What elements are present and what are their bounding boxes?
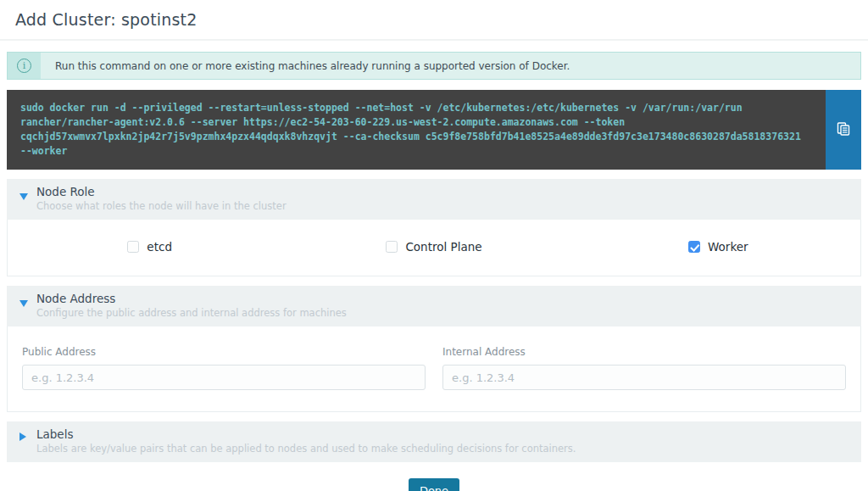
expand-triangle-icon[interactable]	[19, 432, 26, 441]
checkbox-text: Control Plane	[405, 240, 481, 254]
node-role-section-header[interactable]: Node Role Choose what roles the node wil…	[7, 179, 861, 220]
checkbox-text: etcd	[147, 240, 172, 254]
footer-actions: Done	[0, 478, 868, 491]
collapse-triangle-icon[interactable]	[19, 193, 28, 200]
info-circle-icon: i	[17, 59, 31, 73]
public-address-field-group: Public Address	[22, 346, 426, 390]
section-subtitle: Labels are key/value pairs that can be a…	[36, 443, 849, 455]
info-banner: i Run this command on one or more existi…	[7, 52, 861, 80]
etcd-checkbox[interactable]	[127, 241, 139, 253]
node-role-option-control-plane: Control Plane	[292, 240, 576, 254]
internal-address-label: Internal Address	[442, 346, 846, 358]
control-plane-checkbox[interactable]	[386, 241, 398, 253]
node-role-option-worker: Worker	[576, 240, 860, 254]
etcd-checkbox-label[interactable]: etcd	[127, 240, 172, 254]
section-title: Node Role	[36, 185, 849, 199]
clipboard-icon	[836, 121, 851, 139]
page-title: Add Cluster: spotinst2	[0, 0, 868, 41]
docker-command-text: sudo docker run -d --privileged --restar…	[7, 90, 826, 170]
worker-checkbox[interactable]	[688, 241, 700, 253]
labels-section-header[interactable]: Labels Labels are key/value pairs that c…	[7, 421, 861, 462]
public-address-input[interactable]	[22, 365, 426, 390]
checkbox-text: Worker	[708, 240, 748, 254]
section-title: Node Address	[36, 292, 849, 306]
internal-address-field-group: Internal Address	[442, 346, 846, 390]
internal-address-input[interactable]	[442, 365, 846, 390]
copy-command-button[interactable]	[826, 90, 861, 170]
collapse-triangle-icon[interactable]	[19, 300, 28, 307]
info-banner-icon-cell: i	[8, 53, 41, 79]
node-address-section: Node Address Configure the public addres…	[7, 286, 861, 412]
node-role-option-etcd: etcd	[8, 240, 292, 254]
node-address-section-header[interactable]: Node Address Configure the public addres…	[7, 286, 861, 326]
node-role-options: etcd Control Plane Worker	[7, 220, 861, 276]
worker-checkbox-label[interactable]: Worker	[688, 240, 748, 254]
done-button[interactable]: Done	[409, 478, 459, 491]
section-title: Labels	[36, 427, 849, 442]
node-address-form: Public Address Internal Address	[7, 326, 861, 412]
labels-section: Labels Labels are key/value pairs that c…	[7, 421, 861, 462]
public-address-label: Public Address	[22, 346, 426, 358]
section-subtitle: Choose what roles the node will have in …	[36, 200, 849, 213]
info-banner-text: Run this command on one or more existing…	[41, 60, 570, 72]
docker-command-block: sudo docker run -d --privileged --restar…	[7, 90, 861, 170]
control-plane-checkbox-label[interactable]: Control Plane	[386, 240, 481, 254]
add-cluster-page: Add Cluster: spotinst2 i Run this comman…	[0, 0, 868, 491]
section-subtitle: Configure the public address and interna…	[36, 307, 849, 320]
node-role-section: Node Role Choose what roles the node wil…	[7, 179, 861, 276]
